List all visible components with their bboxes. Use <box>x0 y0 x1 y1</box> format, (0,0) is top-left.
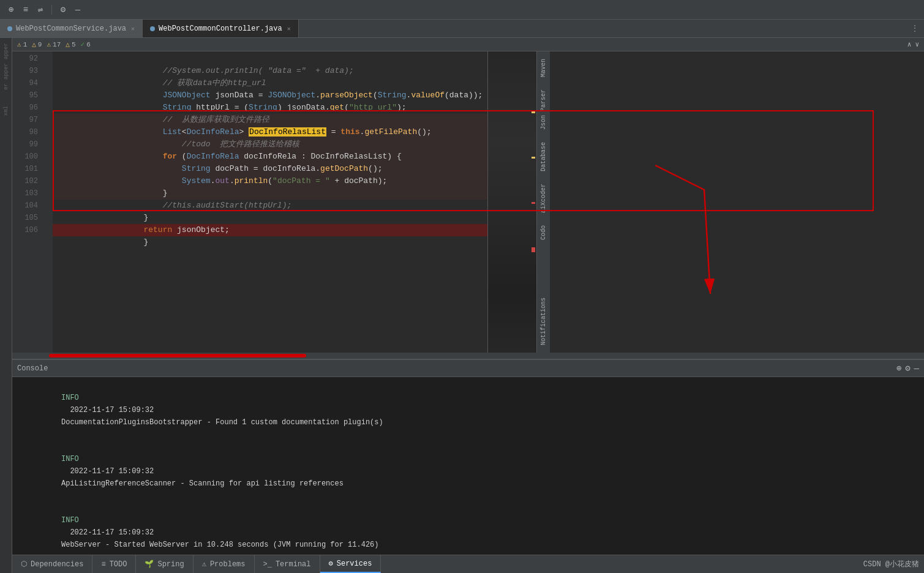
bottom-right-icons: CSDN @小花皮猪 <box>858 555 924 573</box>
editor-area: ⚠ 1 △ 9 ⚠ 17 △ 5 ✓ 6 <box>12 38 924 359</box>
tab-dot <box>150 26 155 31</box>
tab-webpostcommoncontroller[interactable]: WebPostCommonController.java ✕ <box>143 20 299 37</box>
collapse-icon[interactable]: ∨ <box>915 40 919 48</box>
services-icon: ⚙ <box>329 559 333 568</box>
warning-count-3: ⚠ 17 <box>47 40 61 48</box>
todo-icon: ≡ <box>101 560 105 569</box>
tab-close-button[interactable]: ✕ <box>287 25 291 32</box>
problems-icon: ⚠ <box>202 560 206 569</box>
services-label: Services <box>337 560 372 568</box>
bottom-tab-spring[interactable]: 🌱 Spring <box>136 555 193 573</box>
minimap <box>487 51 536 353</box>
console-icon-gear[interactable]: ⚙ <box>905 363 910 373</box>
check-icon: ✓ <box>81 40 85 48</box>
warning-icon-4: △ <box>66 40 70 48</box>
spring-icon: 🌱 <box>145 560 154 569</box>
log-line-3: INFO 2022-11-17 15:09:32 WebServer - Sta… <box>17 502 919 555</box>
sidebar-item-er: er <box>3 83 9 90</box>
scrollbar-thumb[interactable] <box>49 354 306 358</box>
log-level-1: INFO <box>61 394 79 402</box>
bottom-tab-todo[interactable]: ≡ TODO <box>92 555 136 573</box>
warning-num-4: 5 <box>72 41 76 48</box>
main-area: apper apper er xml ⚠ 1 △ 9 ⚠ 17 <box>0 38 924 573</box>
warning-icon-2: △ <box>32 40 36 48</box>
sidebar-item-xml: xml <box>3 106 9 116</box>
problems-bar: ⚠ 1 △ 9 ⚠ 17 △ 5 ✓ 6 <box>12 38 924 51</box>
terminal-label: Terminal <box>276 560 311 569</box>
console-area: Console ⊕ ⚙ — INFO 2022-11-17 15:09:32 D… <box>12 359 924 555</box>
left-sidebar: apper apper er xml <box>0 38 12 573</box>
bottom-tab-terminal[interactable]: >_ Terminal <box>255 555 320 573</box>
problems-bar-actions: ∧ ∨ <box>907 40 919 48</box>
log-line-1: INFO 2022-11-17 15:09:32 DocumentationPl… <box>17 380 919 441</box>
log-level-3: INFO <box>61 516 79 525</box>
problems-label: Problems <box>210 560 246 569</box>
bottom-tab-problems[interactable]: ⚠ Problems <box>193 555 255 573</box>
toolbar-icon-minimize[interactable]: — <box>72 4 84 16</box>
tab-more-button[interactable]: ⋮ <box>906 20 924 37</box>
log-message-1: DocumentationPluginsBootstrapper - Found… <box>61 418 383 427</box>
todo-label: TODO <box>110 560 127 569</box>
warning-num-3: 17 <box>53 41 61 48</box>
tab-label: WebPostCommonController.java <box>159 24 282 33</box>
gutter <box>43 51 53 353</box>
panel-maven[interactable]: Maven <box>539 54 548 82</box>
bottom-tab-dependencies[interactable]: ⬡ Dependencies <box>12 555 92 573</box>
tabs-bar: WebPostCommonService.java ✕ WebPostCommo… <box>0 20 924 38</box>
top-toolbar: ⊕ ≡ ⇌ ⚙ — <box>0 0 924 20</box>
right-panels: Maven Json Parser Database aiXcoder Codo… <box>536 51 550 353</box>
tab-close-button[interactable]: ✕ <box>131 25 135 32</box>
console-icon-globe[interactable]: ⊕ <box>896 363 901 373</box>
log-timestamp-1: 2022-11-17 15:09:32 <box>61 406 158 414</box>
code-content[interactable]: //System.out.println( "data =" + data); … <box>53 51 487 353</box>
code-area[interactable]: 92 93 94 95 96 97 98 99 100 101 102 103 … <box>12 51 536 353</box>
warning-num-2: 9 <box>38 41 42 48</box>
log-message-2: ApiListingReferenceScanner - Scanning fo… <box>61 479 344 488</box>
warning-count-4: △ 5 <box>66 40 75 48</box>
warning-count-2: △ 9 <box>32 40 42 48</box>
warning-icon-3: ⚠ <box>47 40 51 48</box>
console-icon-minimize[interactable]: — <box>914 364 919 373</box>
toolbar-divider <box>51 5 52 15</box>
bottom-tab-services[interactable]: ⚙ Services <box>320 555 381 573</box>
panel-notifications[interactable]: Notifications <box>539 293 548 350</box>
editor-console-split: ⚠ 1 △ 9 ⚠ 17 △ 5 ✓ 6 <box>12 38 924 573</box>
warning-num-1: 1 <box>23 41 28 48</box>
console-toolbar: Console ⊕ ⚙ — <box>12 360 924 377</box>
log-timestamp-2: 2022-11-17 15:09:32 <box>61 467 158 476</box>
code-line-92: //System.out.println( "data =" + data); <box>53 53 487 65</box>
console-content: INFO 2022-11-17 15:09:32 DocumentationPl… <box>12 377 924 555</box>
terminal-icon: >_ <box>263 560 272 569</box>
warning-count-1: ⚠ 1 <box>17 40 27 48</box>
tab-webpostcommonservice[interactable]: WebPostCommonService.java ✕ <box>0 20 143 37</box>
line-numbers: 92 93 94 95 96 97 98 99 100 101 102 103 … <box>12 51 43 353</box>
watermark-text: CSDN @小花皮猪 <box>863 559 919 569</box>
log-line-2: INFO 2022-11-17 15:09:32 ApiListingRefer… <box>17 441 919 502</box>
log-level-2: INFO <box>61 455 79 463</box>
tab-dot <box>7 26 12 31</box>
spring-label: Spring <box>157 560 184 569</box>
editor-outer: 92 93 94 95 96 97 98 99 100 101 102 103 … <box>12 51 924 353</box>
panel-database[interactable]: Database <box>539 137 548 176</box>
panel-codo[interactable]: Codo <box>539 220 548 245</box>
sidebar-item-apper2: apper <box>3 63 9 80</box>
panel-json-parser[interactable]: Json Parser <box>539 84 548 135</box>
check-num: 6 <box>86 41 91 48</box>
sidebar-item-apper: apper <box>3 43 9 59</box>
check-count: ✓ 6 <box>81 40 91 48</box>
console-right-icons: ⊕ ⚙ — <box>896 363 919 373</box>
toolbar-icon-gear[interactable]: ⚙ <box>57 4 69 16</box>
toolbar-icon-globe[interactable]: ⊕ <box>5 4 17 16</box>
dependencies-icon: ⬡ <box>21 560 27 569</box>
tab-label: WebPostCommonService.java <box>16 24 126 33</box>
console-toolbar-label: Console <box>17 364 48 373</box>
warning-icon-1: ⚠ <box>17 40 21 48</box>
log-message-3: WebServer - Started WebServer in 10.248 … <box>61 541 378 549</box>
expand-icon[interactable]: ∧ <box>907 40 912 48</box>
horizontal-scrollbar[interactable] <box>12 353 924 359</box>
bottom-tabs: ⬡ Dependencies ≡ TODO 🌱 Spring ⚠ Problem… <box>12 555 924 573</box>
toolbar-icon-list[interactable]: ≡ <box>20 4 32 16</box>
panel-aixcoder[interactable]: aiXcoder <box>539 179 548 218</box>
toolbar-icon-split[interactable]: ⇌ <box>34 4 47 16</box>
log-timestamp-3: 2022-11-17 15:09:32 <box>61 528 158 537</box>
